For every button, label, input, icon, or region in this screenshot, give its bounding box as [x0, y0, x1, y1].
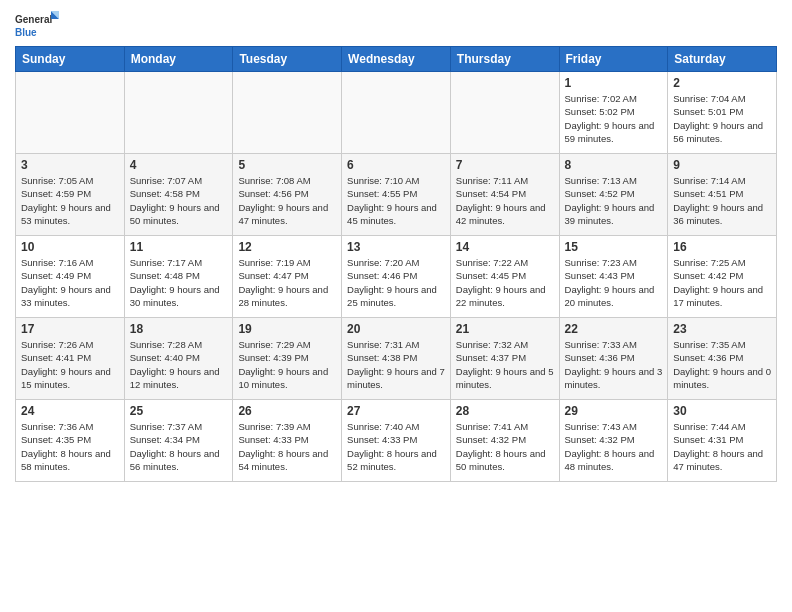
day-cell — [124, 72, 233, 154]
day-number: 5 — [238, 158, 336, 172]
day-number: 3 — [21, 158, 119, 172]
day-info: Sunrise: 7:17 AM Sunset: 4:48 PM Dayligh… — [130, 256, 228, 309]
day-number: 6 — [347, 158, 445, 172]
page-container: General Blue SundayMondayTuesdayWednesda… — [0, 0, 792, 487]
day-info: Sunrise: 7:35 AM Sunset: 4:36 PM Dayligh… — [673, 338, 771, 391]
day-info: Sunrise: 7:31 AM Sunset: 4:38 PM Dayligh… — [347, 338, 445, 391]
day-cell: 30Sunrise: 7:44 AM Sunset: 4:31 PM Dayli… — [668, 400, 777, 482]
day-number: 7 — [456, 158, 554, 172]
day-number: 2 — [673, 76, 771, 90]
day-info: Sunrise: 7:25 AM Sunset: 4:42 PM Dayligh… — [673, 256, 771, 309]
day-info: Sunrise: 7:14 AM Sunset: 4:51 PM Dayligh… — [673, 174, 771, 227]
day-cell: 10Sunrise: 7:16 AM Sunset: 4:49 PM Dayli… — [16, 236, 125, 318]
day-cell: 25Sunrise: 7:37 AM Sunset: 4:34 PM Dayli… — [124, 400, 233, 482]
day-number: 24 — [21, 404, 119, 418]
day-info: Sunrise: 7:36 AM Sunset: 4:35 PM Dayligh… — [21, 420, 119, 473]
day-cell: 8Sunrise: 7:13 AM Sunset: 4:52 PM Daylig… — [559, 154, 668, 236]
day-number: 14 — [456, 240, 554, 254]
day-info: Sunrise: 7:33 AM Sunset: 4:36 PM Dayligh… — [565, 338, 663, 391]
header-row: General Blue — [15, 10, 777, 40]
day-info: Sunrise: 7:39 AM Sunset: 4:33 PM Dayligh… — [238, 420, 336, 473]
day-info: Sunrise: 7:28 AM Sunset: 4:40 PM Dayligh… — [130, 338, 228, 391]
day-cell: 9Sunrise: 7:14 AM Sunset: 4:51 PM Daylig… — [668, 154, 777, 236]
day-number: 4 — [130, 158, 228, 172]
day-number: 26 — [238, 404, 336, 418]
day-cell: 26Sunrise: 7:39 AM Sunset: 4:33 PM Dayli… — [233, 400, 342, 482]
svg-text:General: General — [15, 14, 52, 25]
day-number: 21 — [456, 322, 554, 336]
day-number: 27 — [347, 404, 445, 418]
header-saturday: Saturday — [668, 47, 777, 72]
day-cell: 1Sunrise: 7:02 AM Sunset: 5:02 PM Daylig… — [559, 72, 668, 154]
day-info: Sunrise: 7:20 AM Sunset: 4:46 PM Dayligh… — [347, 256, 445, 309]
header-wednesday: Wednesday — [342, 47, 451, 72]
day-cell: 6Sunrise: 7:10 AM Sunset: 4:55 PM Daylig… — [342, 154, 451, 236]
day-cell: 4Sunrise: 7:07 AM Sunset: 4:58 PM Daylig… — [124, 154, 233, 236]
day-number: 10 — [21, 240, 119, 254]
day-number: 8 — [565, 158, 663, 172]
day-cell: 22Sunrise: 7:33 AM Sunset: 4:36 PM Dayli… — [559, 318, 668, 400]
day-number: 19 — [238, 322, 336, 336]
day-info: Sunrise: 7:04 AM Sunset: 5:01 PM Dayligh… — [673, 92, 771, 145]
day-info: Sunrise: 7:41 AM Sunset: 4:32 PM Dayligh… — [456, 420, 554, 473]
day-info: Sunrise: 7:05 AM Sunset: 4:59 PM Dayligh… — [21, 174, 119, 227]
day-info: Sunrise: 7:44 AM Sunset: 4:31 PM Dayligh… — [673, 420, 771, 473]
day-number: 28 — [456, 404, 554, 418]
day-cell: 24Sunrise: 7:36 AM Sunset: 4:35 PM Dayli… — [16, 400, 125, 482]
day-number: 12 — [238, 240, 336, 254]
day-info: Sunrise: 7:13 AM Sunset: 4:52 PM Dayligh… — [565, 174, 663, 227]
day-number: 13 — [347, 240, 445, 254]
day-info: Sunrise: 7:16 AM Sunset: 4:49 PM Dayligh… — [21, 256, 119, 309]
week-row-4: 17Sunrise: 7:26 AM Sunset: 4:41 PM Dayli… — [16, 318, 777, 400]
logo-svg: General Blue — [15, 10, 65, 40]
day-cell: 21Sunrise: 7:32 AM Sunset: 4:37 PM Dayli… — [450, 318, 559, 400]
calendar-header: SundayMondayTuesdayWednesdayThursdayFrid… — [16, 47, 777, 72]
day-cell: 27Sunrise: 7:40 AM Sunset: 4:33 PM Dayli… — [342, 400, 451, 482]
week-row-3: 10Sunrise: 7:16 AM Sunset: 4:49 PM Dayli… — [16, 236, 777, 318]
week-row-2: 3Sunrise: 7:05 AM Sunset: 4:59 PM Daylig… — [16, 154, 777, 236]
day-cell — [16, 72, 125, 154]
day-number: 9 — [673, 158, 771, 172]
day-cell: 17Sunrise: 7:26 AM Sunset: 4:41 PM Dayli… — [16, 318, 125, 400]
day-cell — [342, 72, 451, 154]
svg-text:Blue: Blue — [15, 27, 37, 38]
day-number: 18 — [130, 322, 228, 336]
header-monday: Monday — [124, 47, 233, 72]
day-number: 1 — [565, 76, 663, 90]
day-number: 23 — [673, 322, 771, 336]
day-info: Sunrise: 7:40 AM Sunset: 4:33 PM Dayligh… — [347, 420, 445, 473]
day-info: Sunrise: 7:29 AM Sunset: 4:39 PM Dayligh… — [238, 338, 336, 391]
logo: General Blue — [15, 10, 65, 40]
calendar-body: 1Sunrise: 7:02 AM Sunset: 5:02 PM Daylig… — [16, 72, 777, 482]
day-number: 20 — [347, 322, 445, 336]
day-info: Sunrise: 7:07 AM Sunset: 4:58 PM Dayligh… — [130, 174, 228, 227]
day-cell: 11Sunrise: 7:17 AM Sunset: 4:48 PM Dayli… — [124, 236, 233, 318]
day-cell: 14Sunrise: 7:22 AM Sunset: 4:45 PM Dayli… — [450, 236, 559, 318]
day-cell — [450, 72, 559, 154]
day-info: Sunrise: 7:32 AM Sunset: 4:37 PM Dayligh… — [456, 338, 554, 391]
day-number: 25 — [130, 404, 228, 418]
day-info: Sunrise: 7:02 AM Sunset: 5:02 PM Dayligh… — [565, 92, 663, 145]
week-row-5: 24Sunrise: 7:36 AM Sunset: 4:35 PM Dayli… — [16, 400, 777, 482]
day-info: Sunrise: 7:23 AM Sunset: 4:43 PM Dayligh… — [565, 256, 663, 309]
header-row-days: SundayMondayTuesdayWednesdayThursdayFrid… — [16, 47, 777, 72]
day-cell: 19Sunrise: 7:29 AM Sunset: 4:39 PM Dayli… — [233, 318, 342, 400]
week-row-1: 1Sunrise: 7:02 AM Sunset: 5:02 PM Daylig… — [16, 72, 777, 154]
day-cell: 28Sunrise: 7:41 AM Sunset: 4:32 PM Dayli… — [450, 400, 559, 482]
header-tuesday: Tuesday — [233, 47, 342, 72]
day-number: 22 — [565, 322, 663, 336]
day-info: Sunrise: 7:22 AM Sunset: 4:45 PM Dayligh… — [456, 256, 554, 309]
header-friday: Friday — [559, 47, 668, 72]
day-number: 11 — [130, 240, 228, 254]
day-cell: 29Sunrise: 7:43 AM Sunset: 4:32 PM Dayli… — [559, 400, 668, 482]
day-info: Sunrise: 7:37 AM Sunset: 4:34 PM Dayligh… — [130, 420, 228, 473]
day-number: 17 — [21, 322, 119, 336]
day-cell: 18Sunrise: 7:28 AM Sunset: 4:40 PM Dayli… — [124, 318, 233, 400]
day-cell: 2Sunrise: 7:04 AM Sunset: 5:01 PM Daylig… — [668, 72, 777, 154]
day-cell: 16Sunrise: 7:25 AM Sunset: 4:42 PM Dayli… — [668, 236, 777, 318]
day-cell: 5Sunrise: 7:08 AM Sunset: 4:56 PM Daylig… — [233, 154, 342, 236]
day-cell: 12Sunrise: 7:19 AM Sunset: 4:47 PM Dayli… — [233, 236, 342, 318]
header-sunday: Sunday — [16, 47, 125, 72]
day-number: 16 — [673, 240, 771, 254]
day-cell: 3Sunrise: 7:05 AM Sunset: 4:59 PM Daylig… — [16, 154, 125, 236]
